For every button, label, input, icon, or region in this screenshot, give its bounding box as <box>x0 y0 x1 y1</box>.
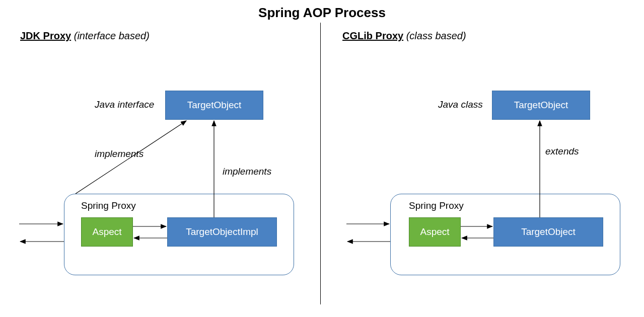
aspect-text-right: Aspect <box>420 226 449 237</box>
java-interface-label: Java interface <box>95 99 154 110</box>
java-class-label: Java class <box>438 99 483 110</box>
jdk-proxy-label: JDK Proxy <box>20 30 71 41</box>
vertical-divider <box>320 23 321 304</box>
implements-label-1: implements <box>95 148 144 160</box>
aspect-text-left: Aspect <box>92 226 121 237</box>
cglib-proxy-subtitle: (class based) <box>406 30 466 41</box>
aspect-box-left: Aspect <box>81 217 133 247</box>
target-object-impl-text: TargetObjectImpl <box>186 226 258 237</box>
target-object-box-right: TargetObject <box>492 91 590 120</box>
spring-proxy-label-right: Spring Proxy <box>409 200 464 211</box>
target-object-box-right2: TargetObject <box>493 217 603 247</box>
target-object-text-right: TargetObject <box>514 100 568 111</box>
implements-label-2: implements <box>223 166 271 177</box>
target-object-impl-box: TargetObjectImpl <box>167 217 277 247</box>
target-object-text-left: TargetObject <box>187 100 242 111</box>
diagram-title: Spring AOP Process <box>0 5 644 21</box>
jdk-proxy-header: JDK Proxy (interface based) <box>20 30 150 42</box>
spring-proxy-label-left: Spring Proxy <box>81 200 136 211</box>
extends-label: extends <box>545 146 579 157</box>
jdk-proxy-subtitle: (interface based) <box>74 30 150 41</box>
target-object-box-left: TargetObject <box>165 91 263 120</box>
cglib-proxy-header: CGLib Proxy (class based) <box>342 30 466 42</box>
aspect-box-right: Aspect <box>409 217 461 247</box>
target-object-text-right2: TargetObject <box>521 226 576 237</box>
cglib-proxy-label: CGLib Proxy <box>342 30 403 41</box>
